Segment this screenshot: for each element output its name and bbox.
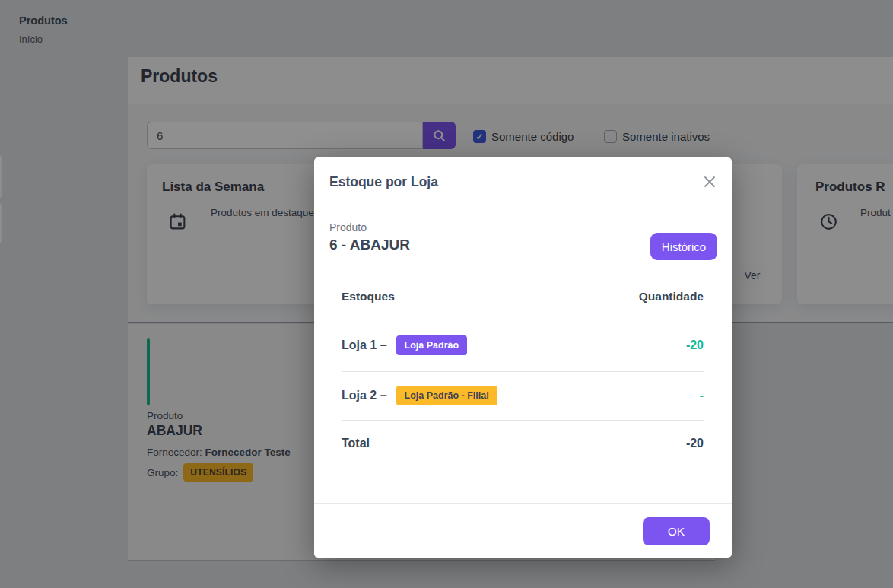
close-button[interactable] — [701, 173, 719, 191]
store-name: Loja 1 – — [342, 338, 387, 352]
table-row: Loja 2 – Loja Padrão - Filial - — [342, 371, 704, 420]
store-cell: Loja 2 – Loja Padrão - Filial — [342, 386, 497, 405]
store-badge: Loja Padrão — [396, 335, 468, 355]
app-screen: Produtos Início Produtos ✓ Somente códig… — [0, 0, 893, 588]
close-icon — [702, 174, 717, 189]
quantity-value: -20 — [686, 338, 704, 352]
modal-title: Estoque por Loja — [329, 174, 438, 190]
modal-product-label: Produto — [329, 221, 367, 234]
quantity-value: - — [700, 389, 704, 402]
store-name: Loja 2 – — [342, 389, 387, 402]
store-badge: Loja Padrão - Filial — [396, 386, 497, 405]
modal-footer: OK — [314, 503, 732, 558]
table-total-row: Total -20 — [342, 420, 704, 467]
column-estoques: Estoques — [342, 290, 395, 304]
column-quantidade: Quantidade — [639, 290, 704, 304]
total-value: -20 — [686, 437, 704, 450]
ok-button[interactable]: OK — [643, 517, 710, 545]
historico-button[interactable]: Histórico — [650, 233, 717, 260]
total-label: Total — [342, 437, 370, 450]
table-header-row: Estoques Quantidade — [342, 290, 704, 304]
estoque-por-loja-modal: Estoque por Loja Produto 6 - ABAJUR Hist… — [314, 157, 732, 558]
table-row: Loja 1 – Loja Padrão -20 — [342, 319, 704, 371]
modal-product-name: 6 - ABAJUR — [329, 237, 410, 253]
store-cell: Loja 1 – Loja Padrão — [342, 335, 467, 355]
